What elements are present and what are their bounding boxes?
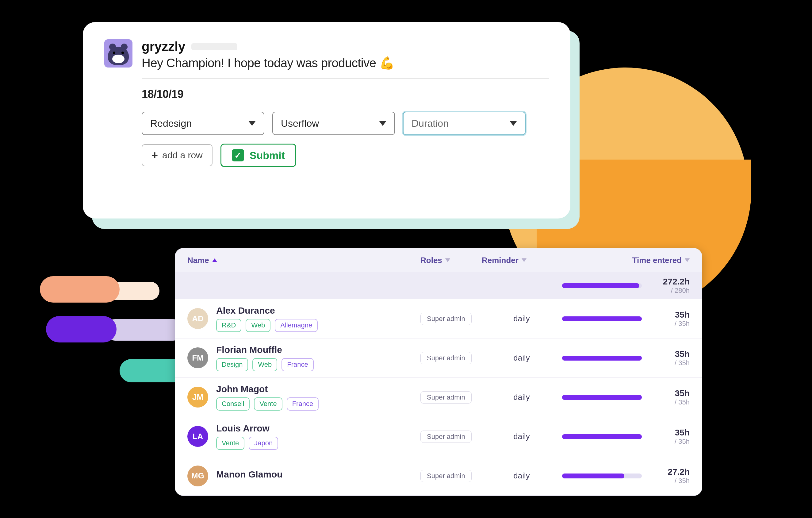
- row-time-total: / 35h: [650, 438, 690, 445]
- avatar: LA: [187, 426, 208, 447]
- app-name: gryzzly: [142, 39, 185, 54]
- column-header-roles-label: Roles: [420, 255, 442, 265]
- row-time-entered: 35h: [650, 388, 690, 398]
- row-time-total: / 35h: [650, 398, 690, 406]
- avatar: AD: [187, 308, 208, 329]
- table-header: Name Roles Reminder Time entered: [175, 248, 702, 272]
- row-time-entered: 27.2h: [650, 467, 690, 477]
- project-select[interactable]: Redesign: [142, 112, 264, 135]
- row-progress-fill: [562, 395, 642, 400]
- user-tag: Vente: [216, 437, 244, 450]
- reminder-value: daily: [482, 392, 561, 402]
- role-chip: Super admin: [420, 470, 472, 482]
- column-header-name-label: Name: [187, 255, 209, 265]
- avatar: JM: [187, 387, 208, 408]
- decor-pill-purple: [46, 316, 117, 343]
- user-tags: VenteJapon: [216, 437, 278, 450]
- user-name: Alex Durance: [216, 305, 318, 316]
- row-time-entered: 35h: [650, 310, 690, 320]
- avatar: FM: [187, 347, 208, 368]
- entry-date: 18/10/19: [142, 88, 549, 101]
- add-row-label: add a row: [162, 150, 203, 161]
- user-tag: R&D: [216, 319, 241, 332]
- table-row[interactable]: ADAlex DuranceR&DWebAllemagneSuper admin…: [175, 299, 702, 338]
- task-select[interactable]: Userflow: [272, 112, 395, 135]
- column-header-reminder[interactable]: Reminder: [482, 255, 561, 265]
- submit-label: Submit: [250, 149, 285, 161]
- app-avatar-icon: [104, 39, 133, 67]
- avatar: MG: [187, 465, 208, 486]
- summary-row: 272.2h / 280h: [175, 272, 702, 299]
- row-time-entered: 35h: [650, 349, 690, 359]
- user-tags: R&DWebAllemagne: [216, 319, 318, 332]
- user-tag: Conseil: [216, 398, 250, 411]
- add-row-button[interactable]: + add a row: [142, 144, 212, 166]
- column-header-roles[interactable]: Roles: [420, 255, 482, 265]
- task-select-value: Userflow: [281, 118, 319, 129]
- submit-button[interactable]: ✓ Submit: [221, 144, 296, 167]
- role-chip: Super admin: [420, 313, 472, 325]
- row-progress-fill: [562, 434, 642, 439]
- project-select-value: Redesign: [150, 118, 192, 129]
- column-header-time-label: Time entered: [632, 255, 682, 265]
- user-tag: Allemagne: [275, 319, 318, 332]
- user-name: John Magot: [216, 384, 319, 394]
- row-progress-bar: [562, 434, 642, 439]
- row-progress-fill: [562, 356, 642, 360]
- column-header-name[interactable]: Name: [187, 255, 420, 265]
- user-tag: Web: [245, 319, 270, 332]
- user-name: Manon Glamou: [216, 469, 283, 480]
- duration-select[interactable]: Duration: [403, 112, 526, 135]
- row-progress-bar: [562, 473, 642, 479]
- user-name: Florian Mouffle: [216, 345, 314, 355]
- app-badge-placeholder: [191, 43, 237, 50]
- chevron-down-icon: [249, 121, 256, 126]
- summary-time-entered: 272.2h: [650, 277, 690, 287]
- reminder-value: daily: [482, 471, 561, 481]
- chevron-down-icon: [510, 121, 517, 126]
- row-progress-fill: [562, 317, 642, 321]
- row-progress-fill: [562, 473, 624, 479]
- decor-pill-peach: [40, 276, 120, 303]
- greeting-text: Hey Champion! I hope today was productiv…: [142, 56, 395, 70]
- user-tag: France: [282, 358, 313, 371]
- user-name: Louis Arrow: [216, 423, 278, 434]
- table-row[interactable]: FMFlorian MouffleDesignWebFranceSuper ad…: [175, 338, 702, 378]
- reminder-value: daily: [482, 432, 561, 441]
- column-header-time[interactable]: Time entered: [561, 255, 690, 265]
- plus-icon: +: [151, 150, 158, 161]
- row-time-total: / 35h: [650, 320, 690, 328]
- user-tags: DesignWebFrance: [216, 358, 314, 371]
- summary-progress-fill: [562, 283, 639, 288]
- row-time-total: / 35h: [650, 359, 690, 367]
- row-progress-bar: [562, 317, 642, 321]
- divider: [142, 78, 549, 79]
- table-row[interactable]: LALouis ArrowVenteJaponSuper admindaily3…: [175, 417, 702, 456]
- row-progress-bar: [562, 356, 642, 360]
- chevron-down-icon: [379, 121, 386, 126]
- check-icon: ✓: [232, 149, 244, 161]
- summary-time-total: / 280h: [650, 287, 690, 295]
- user-tag: Web: [252, 358, 277, 371]
- sort-asc-icon: [212, 258, 217, 262]
- user-tag: Vente: [254, 398, 282, 411]
- user-tag: Japon: [249, 437, 278, 450]
- table-row[interactable]: JMJohn MagotConseilVenteFranceSuper admi…: [175, 378, 702, 417]
- reminder-value: daily: [482, 314, 561, 323]
- slack-message-card: gryzzly Hey Champion! I hope today was p…: [83, 22, 570, 218]
- filter-icon: [445, 258, 450, 262]
- row-time-total: / 35h: [650, 477, 690, 485]
- role-chip: Super admin: [420, 431, 472, 443]
- reminder-value: daily: [482, 353, 561, 363]
- table-row[interactable]: MGManon GlamouSuper admindaily27.2h/ 35h: [175, 456, 702, 496]
- user-tag: Design: [216, 358, 248, 371]
- user-tags: ConseilVenteFrance: [216, 398, 319, 411]
- row-time-entered: 35h: [650, 428, 690, 438]
- filter-icon: [522, 258, 526, 262]
- team-time-table: Name Roles Reminder Time entered: [175, 248, 702, 496]
- role-chip: Super admin: [420, 391, 472, 404]
- summary-progress-bar: [562, 283, 642, 288]
- duration-select-placeholder: Duration: [411, 118, 448, 129]
- user-tag: France: [287, 398, 319, 411]
- column-header-reminder-label: Reminder: [482, 255, 519, 265]
